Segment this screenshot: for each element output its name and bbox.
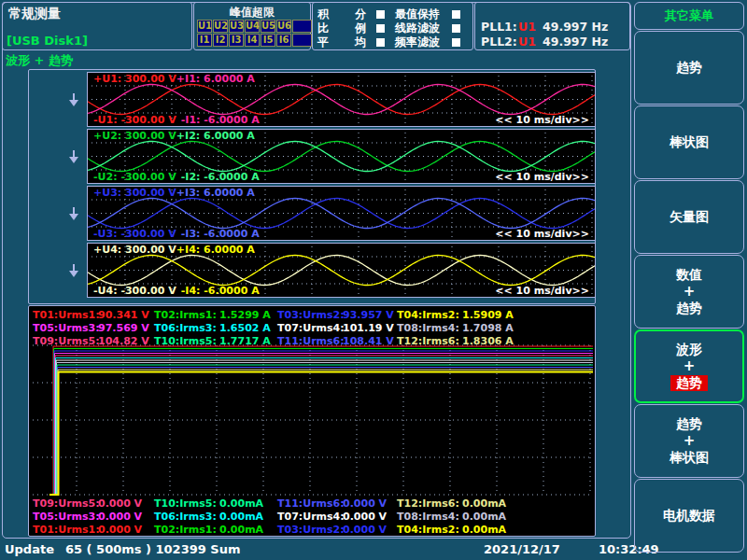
- pll2-source: U1: [518, 35, 543, 49]
- trend-channel-label: T09:Urms5:: [33, 335, 98, 347]
- menu-item-bar-chart[interactable]: 棒状图: [634, 105, 744, 179]
- trend-value-top-5: T05:Urms3:97.569 V: [33, 322, 149, 334]
- current-scale-pos: +I3: 6.0000 A: [176, 187, 255, 199]
- peak-cell-u5: U5: [261, 20, 275, 33]
- time-per-division-label: << 10 ms/div>>: [495, 114, 589, 126]
- trend-channel-value: 104.82 V: [98, 335, 149, 347]
- pll1-row: PLL1:U149.997 Hz: [481, 20, 608, 34]
- trend-channel-label: T11:Urms6:: [277, 335, 343, 347]
- trend-channel-value: 1.7098 A: [462, 322, 514, 334]
- trend-channel-label: T05:Urms3:: [33, 511, 98, 523]
- power-analyzer-screen: 常规测量 [USB Disk1] 峰值超限 U1U2U3U4U5U6 I1I2I…: [0, 0, 747, 560]
- pll1-frequency: 49.997 Hz: [543, 20, 608, 34]
- trend-value-bottom-7: T07:Urms4:0.000 V: [277, 511, 387, 523]
- time-per-division-label: << 10 ms/div>>: [495, 171, 589, 183]
- trend-channel-label: T06:Irms3:: [154, 511, 219, 523]
- peak-cell-i1: I1: [197, 34, 212, 47]
- peak-cell-empty: [292, 20, 312, 33]
- menu-item-label: 棒状图: [669, 134, 709, 150]
- menu-item-label: 波形: [676, 342, 702, 357]
- peak-overlimit-row-current: I1I2I3I4I5I6: [197, 34, 313, 47]
- voltage-scale-pos: +U1: 300.00 V: [93, 73, 176, 85]
- usb-disk-indicator: [USB Disk1]: [7, 34, 88, 48]
- checkbox-indicator: [452, 38, 460, 47]
- status-flag-label: 平均: [317, 35, 366, 50]
- status-bar: Update 65 ( 500ms ) 102399 Sum 2021/12/1…: [0, 542, 631, 559]
- trend-channel-label: T12:Irms6:: [397, 497, 462, 510]
- trend-channel-value: 0.000 V: [98, 511, 142, 523]
- status-flag-right-1: 线路滤波: [395, 21, 460, 35]
- trend-display-area: T01:Urms1:90.341 VT02:Irms1:1.5299 AT03:…: [28, 305, 596, 537]
- flag-char: 平: [317, 35, 329, 50]
- menu-header-label: 其它菜单: [665, 7, 713, 24]
- trend-channel-label: T02:Irms1:: [154, 309, 219, 321]
- pll2-row: PLL2:U149.997 Hz: [481, 35, 608, 49]
- softkey-menu: 其它菜单 趋势棒状图矢量图数值+趋势波形+趋势趋势+棒状图电机数据: [634, 0, 744, 560]
- peak-cell-i6: I6: [276, 34, 291, 47]
- trend-value-top-7: T07:Urms4:101.19 V: [277, 322, 394, 334]
- menu-item-trend[interactable]: 趋势: [634, 31, 744, 105]
- voltage-scale-pos: +U3: 300.00 V: [93, 187, 176, 199]
- trend-channel-value: 0.00mA: [219, 511, 263, 523]
- pll1-label: PLL1:: [481, 20, 518, 34]
- peak-cell-i4: I4: [245, 34, 260, 47]
- update-counter: 65 ( 500ms ) 102399 Sum: [65, 542, 240, 556]
- trend-channel-label: T10:Irms5:: [154, 335, 219, 347]
- voltage-scale-pos: +U4: 300.00 V: [93, 244, 176, 256]
- trend-value-top-3: T03:Urms2:93.957 V: [277, 309, 394, 321]
- checkbox-indicator: [452, 24, 460, 33]
- trend-channel-label: T08:Irms4:: [397, 511, 462, 523]
- waveform-panel-4: +U4: 300.00 V+I4: 6.0000 A-U4: -300.00 V…: [87, 243, 596, 298]
- trend-value-top-1: T01:Urms1:90.341 V: [33, 309, 149, 321]
- trend-value-top-6: T06:Irms3:1.6502 A: [154, 322, 271, 334]
- trend-channel-value: 97.569 V: [98, 322, 149, 334]
- menu-item-motor-data[interactable]: 电机数据: [634, 479, 744, 553]
- status-flags-panel: 积分比例平均 最值保持线路滤波频率滤波: [312, 2, 473, 50]
- current-scale-pos: +I4: 6.0000 A: [176, 244, 255, 256]
- current-scale-pos: +I2: 6.0000 A: [176, 130, 255, 142]
- voltage-scale-neg: -U1: -300.00 V: [93, 114, 176, 126]
- peak-cell-u6: U6: [276, 20, 291, 33]
- menu-item-label: 趋势: [676, 416, 702, 432]
- status-flag-left-0: 积分: [317, 7, 385, 21]
- trend-channel-value: 108.41 V: [343, 335, 394, 347]
- waveform-panel-3: +U3: 300.00 V+I3: 6.0000 A-U3: -300.00 V…: [87, 186, 596, 241]
- trend-value-bottom-6: T06:Irms3:0.00mA: [154, 511, 263, 523]
- trend-value-bottom-8: T08:Irms4:0.00mA: [397, 511, 506, 523]
- status-flag-right-2: 频率滤波: [395, 35, 460, 49]
- menu-item-label: 棒状图: [669, 450, 709, 466]
- status-flag-left-2: 平均: [317, 35, 385, 49]
- header-title-panel: 常规测量 [USB Disk1]: [2, 2, 192, 50]
- trend-channel-label: T11:Urms6:: [277, 497, 343, 510]
- status-flag-label: 频率滤波: [395, 35, 442, 50]
- trend-value-bottom-12: T04:Irms2:0.00mA: [397, 524, 506, 536]
- trend-value-bottom-4: T12:Irms6:0.00mA: [397, 497, 506, 510]
- pll2-frequency: 49.997 Hz: [543, 35, 608, 49]
- menu-item-vector-diagram[interactable]: 矢量图: [634, 180, 744, 254]
- peak-cell-u1: U1: [197, 20, 212, 33]
- plus-icon: +: [684, 360, 696, 372]
- zero-position-marker-arrow-icon: [68, 92, 79, 107]
- menu-header: 其它菜单: [634, 2, 744, 30]
- plus-icon: +: [684, 435, 696, 447]
- trend-channel-value: 0.00mA: [219, 497, 263, 510]
- plus-icon: +: [684, 286, 696, 298]
- menu-item-waveform-trend[interactable]: 波形+趋势: [634, 329, 744, 403]
- menu-item-trend-bar-chart[interactable]: 趋势+棒状图: [634, 404, 744, 478]
- trend-value-top-10: T10:Irms5:1.7717 A: [154, 335, 271, 347]
- status-flags-right-column: 最值保持线路滤波频率滤波: [395, 7, 460, 49]
- voltage-scale-neg: -U3: -300.00 V: [93, 228, 176, 240]
- zero-position-marker-arrow-icon: [68, 263, 79, 278]
- checkbox-indicator: [452, 10, 460, 19]
- trend-channel-label: T03:Urms2:: [277, 309, 343, 321]
- trend-channel-value: 0.00mA: [462, 511, 506, 523]
- peak-overlimit-panel: 峰值超限 U1U2U3U4U5U6 I1I2I3I4I5I6: [193, 2, 311, 50]
- trend-channel-label: T04:Irms2:: [397, 524, 462, 536]
- menu-item-numeric-trend[interactable]: 数值+趋势: [634, 255, 744, 329]
- trend-channel-label: T12:Irms6:: [397, 335, 462, 347]
- trend-channel-value: 93.957 V: [343, 309, 394, 321]
- trend-channel-value: 1.8306 A: [462, 335, 514, 347]
- trend-value-bottom-2: T10:Irms5:0.00mA: [154, 497, 263, 510]
- waveform-scale-bottom: -U2: -300.00 V-I2: -6.0000 A: [93, 171, 260, 183]
- trend-channel-label: T05:Urms3:: [33, 322, 98, 334]
